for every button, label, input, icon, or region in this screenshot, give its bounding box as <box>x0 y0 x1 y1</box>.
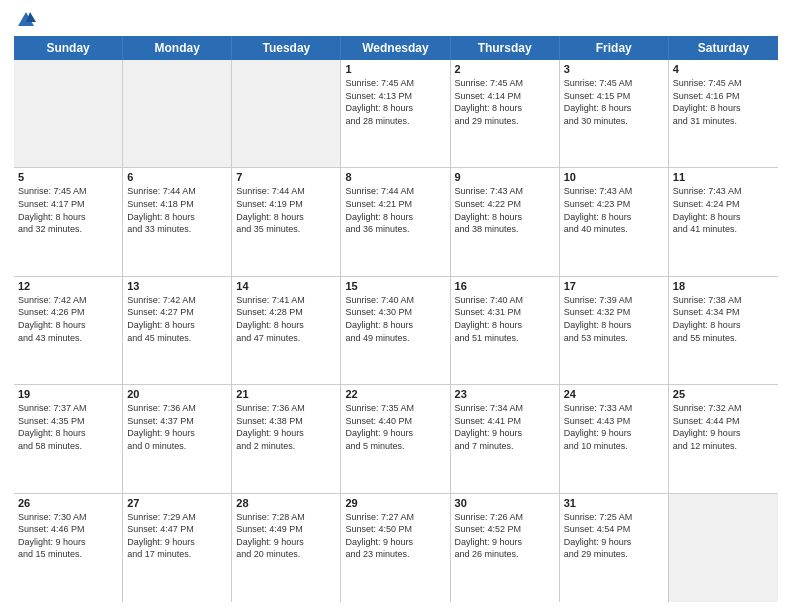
day-info: Sunrise: 7:40 AMSunset: 4:31 PMDaylight:… <box>455 294 555 344</box>
day-info: Sunrise: 7:34 AMSunset: 4:41 PMDaylight:… <box>455 402 555 452</box>
calendar-week-4: 19Sunrise: 7:37 AMSunset: 4:35 PMDayligh… <box>14 385 778 493</box>
day-number: 9 <box>455 171 555 183</box>
day-info: Sunrise: 7:43 AMSunset: 4:23 PMDaylight:… <box>564 185 664 235</box>
calendar-day-4: 4Sunrise: 7:45 AMSunset: 4:16 PMDaylight… <box>669 60 778 167</box>
calendar-day-10: 10Sunrise: 7:43 AMSunset: 4:23 PMDayligh… <box>560 168 669 275</box>
day-info: Sunrise: 7:45 AMSunset: 4:16 PMDaylight:… <box>673 77 774 127</box>
day-number: 7 <box>236 171 336 183</box>
day-number: 13 <box>127 280 227 292</box>
calendar-day-6: 6Sunrise: 7:44 AMSunset: 4:18 PMDaylight… <box>123 168 232 275</box>
day-info: Sunrise: 7:36 AMSunset: 4:38 PMDaylight:… <box>236 402 336 452</box>
day-number: 29 <box>345 497 445 509</box>
weekday-header-saturday: Saturday <box>669 36 778 60</box>
calendar-week-3: 12Sunrise: 7:42 AMSunset: 4:26 PMDayligh… <box>14 277 778 385</box>
day-number: 26 <box>18 497 118 509</box>
day-info: Sunrise: 7:43 AMSunset: 4:24 PMDaylight:… <box>673 185 774 235</box>
calendar-day-3: 3Sunrise: 7:45 AMSunset: 4:15 PMDaylight… <box>560 60 669 167</box>
calendar-day-22: 22Sunrise: 7:35 AMSunset: 4:40 PMDayligh… <box>341 385 450 492</box>
day-number: 19 <box>18 388 118 400</box>
day-number: 24 <box>564 388 664 400</box>
calendar-day-29: 29Sunrise: 7:27 AMSunset: 4:50 PMDayligh… <box>341 494 450 602</box>
day-number: 14 <box>236 280 336 292</box>
calendar-day-empty <box>14 60 123 167</box>
calendar-day-5: 5Sunrise: 7:45 AMSunset: 4:17 PMDaylight… <box>14 168 123 275</box>
day-info: Sunrise: 7:26 AMSunset: 4:52 PMDaylight:… <box>455 511 555 561</box>
calendar-day-1: 1Sunrise: 7:45 AMSunset: 4:13 PMDaylight… <box>341 60 450 167</box>
day-number: 18 <box>673 280 774 292</box>
day-info: Sunrise: 7:41 AMSunset: 4:28 PMDaylight:… <box>236 294 336 344</box>
weekday-header-monday: Monday <box>123 36 232 60</box>
day-info: Sunrise: 7:44 AMSunset: 4:19 PMDaylight:… <box>236 185 336 235</box>
day-number: 22 <box>345 388 445 400</box>
calendar-day-13: 13Sunrise: 7:42 AMSunset: 4:27 PMDayligh… <box>123 277 232 384</box>
weekday-header-sunday: Sunday <box>14 36 123 60</box>
calendar-day-23: 23Sunrise: 7:34 AMSunset: 4:41 PMDayligh… <box>451 385 560 492</box>
day-info: Sunrise: 7:37 AMSunset: 4:35 PMDaylight:… <box>18 402 118 452</box>
day-number: 30 <box>455 497 555 509</box>
day-number: 10 <box>564 171 664 183</box>
day-info: Sunrise: 7:35 AMSunset: 4:40 PMDaylight:… <box>345 402 445 452</box>
calendar-day-21: 21Sunrise: 7:36 AMSunset: 4:38 PMDayligh… <box>232 385 341 492</box>
weekday-header-tuesday: Tuesday <box>232 36 341 60</box>
day-number: 16 <box>455 280 555 292</box>
day-info: Sunrise: 7:36 AMSunset: 4:37 PMDaylight:… <box>127 402 227 452</box>
day-number: 12 <box>18 280 118 292</box>
day-info: Sunrise: 7:45 AMSunset: 4:17 PMDaylight:… <box>18 185 118 235</box>
calendar-day-30: 30Sunrise: 7:26 AMSunset: 4:52 PMDayligh… <box>451 494 560 602</box>
calendar-day-2: 2Sunrise: 7:45 AMSunset: 4:14 PMDaylight… <box>451 60 560 167</box>
day-number: 20 <box>127 388 227 400</box>
day-info: Sunrise: 7:45 AMSunset: 4:13 PMDaylight:… <box>345 77 445 127</box>
day-number: 17 <box>564 280 664 292</box>
calendar-day-16: 16Sunrise: 7:40 AMSunset: 4:31 PMDayligh… <box>451 277 560 384</box>
day-info: Sunrise: 7:27 AMSunset: 4:50 PMDaylight:… <box>345 511 445 561</box>
day-info: Sunrise: 7:28 AMSunset: 4:49 PMDaylight:… <box>236 511 336 561</box>
day-number: 3 <box>564 63 664 75</box>
day-info: Sunrise: 7:44 AMSunset: 4:21 PMDaylight:… <box>345 185 445 235</box>
day-number: 27 <box>127 497 227 509</box>
day-number: 5 <box>18 171 118 183</box>
page-header <box>14 10 778 30</box>
day-number: 2 <box>455 63 555 75</box>
calendar-day-24: 24Sunrise: 7:33 AMSunset: 4:43 PMDayligh… <box>560 385 669 492</box>
day-number: 1 <box>345 63 445 75</box>
day-info: Sunrise: 7:44 AMSunset: 4:18 PMDaylight:… <box>127 185 227 235</box>
day-info: Sunrise: 7:39 AMSunset: 4:32 PMDaylight:… <box>564 294 664 344</box>
weekday-header-friday: Friday <box>560 36 669 60</box>
day-number: 23 <box>455 388 555 400</box>
calendar-day-18: 18Sunrise: 7:38 AMSunset: 4:34 PMDayligh… <box>669 277 778 384</box>
calendar-day-19: 19Sunrise: 7:37 AMSunset: 4:35 PMDayligh… <box>14 385 123 492</box>
logo-icon <box>16 10 36 30</box>
calendar-day-17: 17Sunrise: 7:39 AMSunset: 4:32 PMDayligh… <box>560 277 669 384</box>
calendar: SundayMondayTuesdayWednesdayThursdayFrid… <box>14 36 778 602</box>
day-number: 4 <box>673 63 774 75</box>
day-info: Sunrise: 7:45 AMSunset: 4:15 PMDaylight:… <box>564 77 664 127</box>
calendar-day-12: 12Sunrise: 7:42 AMSunset: 4:26 PMDayligh… <box>14 277 123 384</box>
day-number: 31 <box>564 497 664 509</box>
day-info: Sunrise: 7:38 AMSunset: 4:34 PMDaylight:… <box>673 294 774 344</box>
day-info: Sunrise: 7:33 AMSunset: 4:43 PMDaylight:… <box>564 402 664 452</box>
calendar-day-31: 31Sunrise: 7:25 AMSunset: 4:54 PMDayligh… <box>560 494 669 602</box>
calendar-week-5: 26Sunrise: 7:30 AMSunset: 4:46 PMDayligh… <box>14 494 778 602</box>
day-number: 25 <box>673 388 774 400</box>
page-container: SundayMondayTuesdayWednesdayThursdayFrid… <box>0 0 792 612</box>
day-info: Sunrise: 7:40 AMSunset: 4:30 PMDaylight:… <box>345 294 445 344</box>
calendar-day-20: 20Sunrise: 7:36 AMSunset: 4:37 PMDayligh… <box>123 385 232 492</box>
weekday-header-wednesday: Wednesday <box>341 36 450 60</box>
calendar-day-11: 11Sunrise: 7:43 AMSunset: 4:24 PMDayligh… <box>669 168 778 275</box>
day-number: 8 <box>345 171 445 183</box>
calendar-day-27: 27Sunrise: 7:29 AMSunset: 4:47 PMDayligh… <box>123 494 232 602</box>
day-number: 6 <box>127 171 227 183</box>
calendar-body: 1Sunrise: 7:45 AMSunset: 4:13 PMDaylight… <box>14 60 778 602</box>
day-info: Sunrise: 7:30 AMSunset: 4:46 PMDaylight:… <box>18 511 118 561</box>
logo <box>14 10 36 30</box>
day-info: Sunrise: 7:25 AMSunset: 4:54 PMDaylight:… <box>564 511 664 561</box>
calendar-day-8: 8Sunrise: 7:44 AMSunset: 4:21 PMDaylight… <box>341 168 450 275</box>
calendar-day-empty <box>232 60 341 167</box>
calendar-day-14: 14Sunrise: 7:41 AMSunset: 4:28 PMDayligh… <box>232 277 341 384</box>
calendar-week-1: 1Sunrise: 7:45 AMSunset: 4:13 PMDaylight… <box>14 60 778 168</box>
calendar-day-15: 15Sunrise: 7:40 AMSunset: 4:30 PMDayligh… <box>341 277 450 384</box>
calendar-day-25: 25Sunrise: 7:32 AMSunset: 4:44 PMDayligh… <box>669 385 778 492</box>
weekday-header-thursday: Thursday <box>451 36 560 60</box>
calendar-day-26: 26Sunrise: 7:30 AMSunset: 4:46 PMDayligh… <box>14 494 123 602</box>
day-number: 11 <box>673 171 774 183</box>
